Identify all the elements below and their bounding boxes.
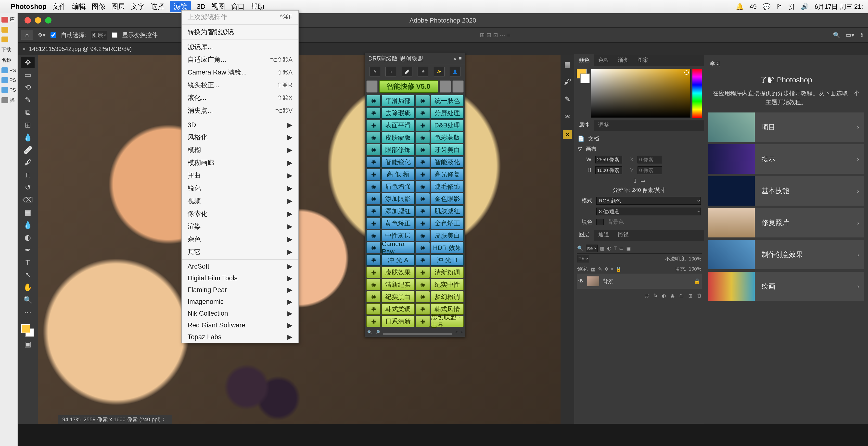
menu-3d[interactable]: 3D <box>197 3 206 10</box>
smart-repair-button[interactable]: 智能快修 V5.0 <box>379 81 438 93</box>
plugin-button[interactable]: 思创联盟 · 出品 <box>431 316 464 327</box>
plugin-row-icon[interactable]: ◉ <box>366 95 380 106</box>
tab-learn[interactable]: 学习 <box>710 61 721 67</box>
finder-item[interactable]: 应 <box>0 15 18 24</box>
plugin-row-icon[interactable]: ◉ <box>366 266 380 278</box>
plugin-button[interactable]: 去除瑕疵 <box>381 107 415 119</box>
filter-item[interactable]: 镜头校正...⇧⌘R <box>182 79 299 91</box>
filter-plugin-submenu[interactable]: Topaz Labs▶ <box>182 331 299 343</box>
color-swatch[interactable] <box>21 324 34 337</box>
menu-layer[interactable]: 图层 <box>111 2 125 11</box>
screen-mode-icon[interactable]: ▭▾ <box>846 32 854 38</box>
tab-channels[interactable]: 通道 <box>594 228 614 241</box>
filter-submenu[interactable]: 扭曲▶ <box>182 169 299 182</box>
plugin-row-icon[interactable]: ◉ <box>366 144 380 155</box>
plugin-button[interactable]: HDR 效果 <box>431 242 464 253</box>
zoom-tool[interactable]: 🔍 <box>21 294 35 305</box>
menu-type[interactable]: 文字 <box>131 2 145 11</box>
plugin-tool-icon[interactable]: ◇ <box>385 67 396 76</box>
menu-image[interactable]: 图像 <box>92 2 105 11</box>
plugin-button[interactable]: 皮肤美白 <box>431 230 464 241</box>
plugin-row-icon[interactable]: ◉ <box>415 144 430 155</box>
plugin-row-icon[interactable]: ◉ <box>366 230 380 241</box>
tab-close-icon[interactable]: × <box>23 45 26 53</box>
plugin-row-icon[interactable]: ◉ <box>366 254 380 266</box>
plugin-button[interactable]: 牙齿美白 <box>431 144 464 155</box>
new-layer-icon[interactable]: ⊞ <box>688 293 692 299</box>
fx-icon[interactable]: fx <box>653 293 657 299</box>
document-tab[interactable]: 1481211539542.jpg @ 94.2%(RGB/8#) <box>29 45 132 53</box>
type-tool[interactable]: T <box>21 257 35 268</box>
plugin-button[interactable]: 中性灰层 <box>381 230 415 241</box>
plugin-row-icon[interactable]: ◉ <box>415 169 430 180</box>
tab-properties[interactable]: 属性 <box>574 119 594 131</box>
finder-item[interactable]: 下载 <box>0 45 18 54</box>
close-strip-icon[interactable]: ✕ <box>563 130 572 139</box>
plugin-row-icon[interactable]: ◉ <box>366 181 380 192</box>
plugin-button[interactable]: 智能液化 <box>431 156 464 168</box>
finder-item[interactable]: 操 <box>0 96 18 104</box>
actions-icon[interactable]: ⚛ <box>564 113 570 121</box>
notification-icon[interactable]: 🔔 <box>736 3 744 10</box>
filter-shape-icon[interactable]: ▭ <box>619 245 624 251</box>
filter-smart-icon[interactable]: ▣ <box>626 245 631 251</box>
plugin-row-icon[interactable]: ◉ <box>415 205 430 217</box>
plugin-button[interactable]: 添加眼影 <box>381 193 415 204</box>
wechat-icon[interactable]: 💬 <box>763 3 770 10</box>
learn-card-tips[interactable]: 提示› <box>708 144 864 174</box>
plugin-row-icon[interactable]: ◉ <box>415 107 430 119</box>
plugin-tool-icon[interactable]: 👤 <box>450 67 461 76</box>
plugin-row-icon[interactable]: ◉ <box>415 254 430 266</box>
filter-item[interactable]: 消失点...⌥⌘V <box>182 104 299 117</box>
fill-swatch[interactable] <box>596 219 604 225</box>
filter-item[interactable]: 自适应广角...⌥⇧⌘A <box>182 53 299 66</box>
healing-brush-tool[interactable]: 🩹 <box>21 144 35 155</box>
plugin-button[interactable]: 眉色增强 <box>381 181 415 192</box>
plugin-button[interactable]: 金色矫正 <box>431 218 464 229</box>
lock-pixel-icon[interactable]: ✎ <box>598 266 602 272</box>
plugin-button[interactable]: 日系清新 <box>381 316 415 327</box>
filter-submenu[interactable]: 风格化▶ <box>182 131 299 144</box>
menu-view[interactable]: 视图 <box>211 2 225 11</box>
plugin-row-icon[interactable]: ◉ <box>366 304 380 315</box>
plugin-row-icon[interactable]: ◉ <box>366 107 380 119</box>
depth-select[interactable]: 8 位/通道 <box>596 208 701 215</box>
plugin-row-icon[interactable]: ◉ <box>366 156 380 168</box>
filter-item[interactable]: 液化...⇧⌘X <box>182 91 299 104</box>
plugin-button[interactable]: 添加腮红 <box>381 205 415 217</box>
plugin-row-icon[interactable]: ◉ <box>366 279 380 290</box>
plugin-button[interactable]: 韩式柔调 <box>381 304 415 315</box>
plugin-row-icon[interactable]: ◉ <box>366 291 380 302</box>
filter-pixel-icon[interactable]: ▦ <box>600 245 604 251</box>
plugin-sq-icon[interactable] <box>453 81 464 93</box>
filter-plugin-submenu[interactable]: Red Giant Software▶ <box>182 319 299 331</box>
input-method[interactable]: 拼 <box>788 2 795 11</box>
plugin-row-icon[interactable]: ◉ <box>366 120 380 131</box>
plugin-button[interactable]: 黄色矫正 <box>381 218 415 229</box>
plugin-row-icon[interactable]: ◉ <box>415 181 430 192</box>
plugin-row-icon[interactable]: ◉ <box>415 242 430 253</box>
plugin-button[interactable]: 清新粉调 <box>431 266 464 278</box>
finder-item[interactable]: 名称 <box>0 56 18 64</box>
visibility-icon[interactable]: 👁 <box>578 278 584 285</box>
layer-thumb[interactable] <box>587 277 599 286</box>
lock-position-icon[interactable]: ✥ <box>604 266 609 272</box>
menu-help[interactable]: 帮助 <box>251 2 264 11</box>
plugin-button[interactable]: 肌肤减红 <box>431 205 464 217</box>
learn-card-paint[interactable]: 绘画› <box>708 272 864 301</box>
history-brush-tool[interactable]: ↺ <box>21 182 35 193</box>
brush-tool[interactable]: 🖌 <box>21 157 35 168</box>
filter-submenu[interactable]: 杂色▶ <box>182 233 299 246</box>
filter-submenu[interactable]: 模糊▶ <box>182 144 299 156</box>
filter-plugin-submenu[interactable]: ArcSoft▶ <box>182 260 299 272</box>
mask-icon[interactable]: ◐ <box>662 293 666 299</box>
hand-tool[interactable]: ✋ <box>21 282 35 293</box>
plugin-row-icon[interactable]: ◉ <box>415 132 430 143</box>
tab-patterns[interactable]: 图案 <box>633 54 653 66</box>
width-input[interactable] <box>595 156 622 163</box>
filter-item[interactable]: Camera Raw 滤镜...⇧⌘A <box>182 66 299 79</box>
menu-edit[interactable]: 编辑 <box>72 2 86 11</box>
auto-select-checkbox[interactable] <box>51 32 56 38</box>
finder-item[interactable] <box>0 35 18 43</box>
plugin-button[interactable]: 统一肤色 <box>431 95 464 106</box>
